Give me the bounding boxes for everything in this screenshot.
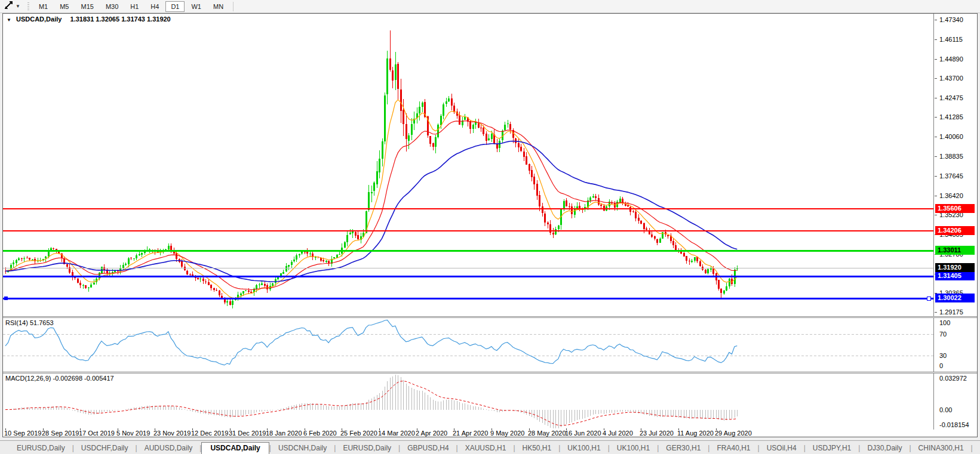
price-tick-mark xyxy=(935,196,937,196)
price-tick-label: 1.40060 xyxy=(939,133,963,140)
date-label: 25 Feb 2020 xyxy=(340,430,377,437)
price-panel[interactable]: 1.473401.461151.448901.437001.424751.412… xyxy=(3,14,977,316)
timeframe-button-MN[interactable]: MN xyxy=(208,1,229,12)
up-candle-wicks xyxy=(8,51,738,308)
rsi-chart[interactable] xyxy=(3,318,933,372)
date-label: 2 Apr 2020 xyxy=(416,430,447,437)
chart-tab-1-usdchf-daily[interactable]: USDCHF,Daily xyxy=(74,443,136,453)
chart-tab-4-usdcnh-daily[interactable]: USDCNH,Daily xyxy=(271,443,334,453)
price-tick-label: 1.42475 xyxy=(939,94,963,101)
panel-splitter[interactable] xyxy=(3,316,977,317)
rsi-axis-label: 70 xyxy=(939,331,947,338)
date-label: 23 Jul 2020 xyxy=(640,430,674,437)
hline-handle-right[interactable] xyxy=(927,297,930,300)
timeframe-button-D1[interactable]: D1 xyxy=(165,1,185,12)
timeframe-buttons: M1M5M15M30H1H4D1W1MN xyxy=(33,1,229,12)
toolbar-separator xyxy=(233,2,234,11)
macd-axis-label: 0.00 xyxy=(939,406,952,413)
panel-splitter[interactable] xyxy=(3,373,977,373)
timeframe-button-W1[interactable]: W1 xyxy=(186,1,207,12)
macd-panel[interactable]: MACD(12,26,9) -0.002698 -0.005417 0.0329… xyxy=(3,373,977,430)
date-label: 21 Apr 2020 xyxy=(453,430,488,437)
price-tick-mark xyxy=(935,117,937,118)
timeframe-button-M15[interactable]: M15 xyxy=(75,1,99,12)
panel-splitter[interactable] xyxy=(3,317,977,318)
hline-1.30022[interactable] xyxy=(3,298,933,299)
date-label: 17 Oct 2019 xyxy=(79,430,115,437)
moving-average-50[interactable] xyxy=(5,141,737,282)
macd-axis[interactable]: 0.0329720.00-0.018154 xyxy=(933,373,977,430)
chart-tab-17-usoil-h1[interactable]: USOil,H1 xyxy=(973,443,980,453)
date-label: 5 Nov 2019 xyxy=(116,430,150,437)
chart-ohlc-values: 1.31831 1.32065 1.31743 1.31920 xyxy=(70,16,171,23)
title-caret-icon[interactable]: ▼ xyxy=(7,17,11,23)
chart-tab-3-usdcad-daily[interactable]: USDCAD,Daily xyxy=(201,442,269,454)
rsi-panel[interactable]: RSI(14) 51.7653 10070300 xyxy=(3,318,977,372)
chart-tab-12-fra40-h1[interactable]: FRA40,H1 xyxy=(709,443,757,453)
rsi-axis[interactable]: 10070300 xyxy=(933,318,977,372)
date-label: 28 May 2020 xyxy=(528,430,566,437)
date-label: 12 Dec 2019 xyxy=(191,430,228,437)
price-tick-mark xyxy=(935,156,937,157)
chart-title: ▼ USDCAD,Daily 1.31831 1.32065 1.31743 1… xyxy=(7,16,171,23)
price-tick-mark xyxy=(935,137,937,137)
hline-1.33011[interactable] xyxy=(3,250,933,252)
chart-tab-8-hk50-h1[interactable]: HK50,H1 xyxy=(515,443,559,453)
hline-1.34206[interactable] xyxy=(3,230,933,231)
date-label: 11 Aug 2020 xyxy=(677,430,714,437)
chart-window[interactable]: ▼ USDCAD,Daily 1.31831 1.32065 1.31743 1… xyxy=(2,13,978,437)
price-tick-mark xyxy=(935,78,937,79)
timeframe-button-M1[interactable]: M1 xyxy=(33,1,53,12)
chart-tab-16-china300-h1[interactable]: CHINA300,H1 xyxy=(911,443,971,453)
candlestick-chart[interactable] xyxy=(3,14,933,316)
price-tick-mark xyxy=(935,98,937,98)
chart-tab-2-audusd-daily[interactable]: AUDUSD,Daily xyxy=(137,443,200,453)
hline-1.35606[interactable] xyxy=(3,208,933,209)
chart-tab-7-xauusd-h1[interactable]: XAUUSD,H1 xyxy=(458,443,514,453)
date-label: 6 Feb 2020 xyxy=(303,430,337,437)
chart-tab-0-eurusd-daily[interactable]: EURUSD,Daily xyxy=(10,443,72,453)
hline-1.31405[interactable] xyxy=(3,276,933,277)
date-label: 28 Sep 2019 xyxy=(42,430,79,437)
timeframe-toolbar: ▼ M1M5M15M30H1H4D1W1MN xyxy=(0,0,980,13)
macd-signal-line xyxy=(5,381,737,426)
price-tick-label: 1.36420 xyxy=(939,192,963,199)
chart-tab-11-ger30-h1[interactable]: GER30,H1 xyxy=(659,443,708,453)
price-tick-label: 1.37645 xyxy=(939,172,963,180)
timeframe-button-H4[interactable]: H4 xyxy=(145,1,164,12)
date-label: 9 May 2020 xyxy=(490,430,524,437)
chart-tools-icon xyxy=(4,1,13,12)
date-label: 10 Sep 2019 xyxy=(4,430,41,437)
macd-chart[interactable] xyxy=(3,373,933,430)
price-tick-label: 1.46115 xyxy=(939,36,963,43)
timeframe-button-H1[interactable]: H1 xyxy=(125,1,144,12)
price-tick-label: 1.43700 xyxy=(939,75,963,82)
chart-tab-10-uk100-h1[interactable]: UK100,H1 xyxy=(610,443,657,453)
chevron-down-icon: ▼ xyxy=(16,4,20,9)
chart-tools-button[interactable]: ▼ xyxy=(2,1,23,13)
price-tick-label: 1.47340 xyxy=(939,16,963,23)
price-level-tag-1.31405: 1.31405 xyxy=(935,271,975,280)
hline-handle-left[interactable] xyxy=(4,297,8,300)
price-tick-mark xyxy=(935,215,937,215)
price-level-tag-1.30022: 1.30022 xyxy=(935,294,975,302)
price-axis[interactable]: 1.473401.461151.448901.437001.424751.412… xyxy=(933,14,977,316)
price-tick-mark xyxy=(935,176,937,177)
chart-tab-5-eurusd-daily[interactable]: EURUSD,Daily xyxy=(336,443,398,453)
price-tick-label: 1.44890 xyxy=(939,55,963,63)
date-label: 14 Mar 2020 xyxy=(378,430,415,437)
toolbar-grip[interactable] xyxy=(27,2,29,11)
chart-tab-14-usdjpy-h1[interactable]: USDJPY,H1 xyxy=(806,443,858,453)
price-level-tag-1.33011: 1.33011 xyxy=(935,246,975,255)
chart-tab-6-gbpusd-h4[interactable]: GBPUSD,H4 xyxy=(400,443,456,453)
date-axis[interactable]: 10 Sep 201928 Sep 201917 Oct 20195 Nov 2… xyxy=(3,430,977,437)
chart-tab-9-uk100-h1[interactable]: UK100,H1 xyxy=(560,443,607,453)
timeframe-button-M5[interactable]: M5 xyxy=(54,1,74,12)
date-label: 31 Dec 2019 xyxy=(229,430,266,437)
price-tick-label: 1.41285 xyxy=(939,113,963,121)
panel-splitter[interactable] xyxy=(3,372,977,372)
date-label: 16 Jun 2020 xyxy=(565,430,601,437)
chart-tab-15-dj30-daily[interactable]: DJ30,Daily xyxy=(860,443,909,453)
chart-tab-13-usoil-h4[interactable]: USOil,H4 xyxy=(760,443,804,453)
timeframe-button-M30[interactable]: M30 xyxy=(100,1,124,12)
